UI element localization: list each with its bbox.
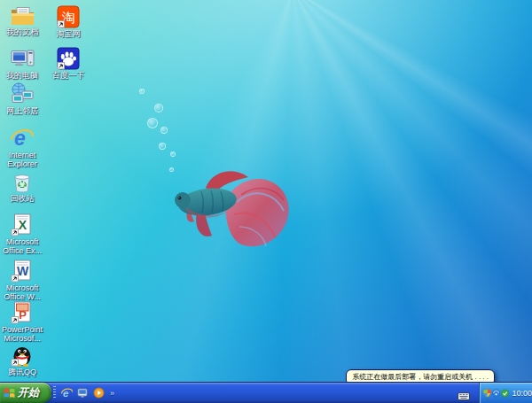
bubble [154, 104, 163, 112]
icon-label: 我的文档 [0, 27, 44, 36]
icon-label: 我的电脑 [0, 71, 44, 80]
shortcut-arrow-badge [12, 275, 19, 283]
bubble [159, 143, 166, 150]
my-documents-icon [11, 5, 35, 27]
desktop-icon-excel[interactable]: X Microsoft Office Ex... [0, 213, 44, 256]
shortcut-arrow-badge [12, 360, 19, 367]
taobao-icon: 淘 [57, 5, 80, 28]
icon-label: 腾讯QQ [0, 368, 44, 376]
shortcut-arrow-badge [12, 229, 19, 236]
svg-text:P: P [19, 308, 27, 322]
language-keyboard-icon[interactable] [458, 388, 470, 403]
svg-text:X: X [19, 218, 27, 232]
icon-label: Microsoft Office W... [0, 283, 44, 302]
clock[interactable]: 10:00 [512, 389, 532, 398]
desktop-icon-baidu[interactable]: 百度一下 [46, 47, 90, 80]
icon-label: Microsoft Office Ex... [0, 237, 44, 256]
quicklaunch-overflow-chevron[interactable]: » [110, 389, 114, 398]
start-label: 开始 [18, 385, 39, 400]
recycle-bin-icon [11, 171, 34, 193]
desktop-icon-word[interactable]: W Microsoft Office W... [0, 260, 44, 302]
network-places-icon [11, 82, 35, 105]
bubble [139, 89, 145, 94]
betta-fish-graphic [170, 158, 294, 257]
system-tray: 10:00 [479, 383, 532, 403]
tray-network-icon[interactable] [492, 388, 500, 399]
icon-label: PowerPoint Microsof... [0, 325, 44, 344]
tray-security-shield-icon[interactable] [483, 388, 491, 399]
excel-icon: X [11, 213, 34, 236]
desktop-icon-taobao[interactable]: 淘 淘宝网 [46, 5, 90, 38]
icon-label: 淘宝网 [46, 29, 90, 38]
balloon-text: 系统正在做最后部署，请勿重启或关机 . . . . [352, 373, 489, 381]
quicklaunch-ie-icon[interactable]: e [60, 386, 74, 399]
desktop-icon-internet-explorer[interactable]: e Internet Explorer [0, 127, 44, 169]
bubble [160, 127, 168, 134]
qq-penguin-icon [11, 344, 34, 367]
shortcut-arrow-badge [12, 317, 19, 324]
my-computer-icon [11, 47, 35, 70]
shortcut-arrow-badge [58, 63, 65, 70]
powerpoint-icon: P [11, 301, 34, 324]
icon-label: Internet Explorer [0, 151, 44, 169]
start-button[interactable]: 开始 [0, 383, 51, 403]
taskbar: 开始 e [0, 383, 532, 403]
bubble [147, 118, 158, 128]
internet-explorer-icon: e [11, 127, 34, 150]
quicklaunch-show-desktop-icon[interactable] [76, 386, 90, 399]
tray-app-icon[interactable] [501, 388, 509, 399]
desktop-icon-my-documents[interactable]: 我的文档 [0, 5, 44, 36]
word-icon: W [11, 260, 34, 283]
desktop-screen: 我的文档 淘 淘宝网 我的电脑 [0, 0, 532, 403]
desktop-icon-my-computer[interactable]: 我的电脑 [0, 47, 44, 80]
icon-label: 回收站 [0, 194, 44, 203]
desktop-icon-recycle-bin[interactable]: 回收站 [0, 171, 44, 203]
desktop-icon-powerpoint[interactable]: P PowerPoint Microsof... [0, 301, 44, 344]
quicklaunch-grip[interactable] [53, 386, 56, 399]
baidu-paw-icon [57, 47, 80, 70]
bubble [170, 151, 176, 157]
quicklaunch-media-player-icon[interactable] [92, 386, 106, 399]
icon-label: 网上邻居 [0, 106, 44, 115]
icon-label: 百度一下 [46, 71, 90, 80]
shortcut-arrow-badge [58, 21, 65, 28]
windows-flag-icon [4, 387, 15, 399]
desktop-icon-network-places[interactable]: 网上邻居 [0, 82, 44, 115]
quick-launch-bar: e » [53, 383, 114, 403]
desktop-icon-qq[interactable]: 腾讯QQ [0, 344, 44, 376]
